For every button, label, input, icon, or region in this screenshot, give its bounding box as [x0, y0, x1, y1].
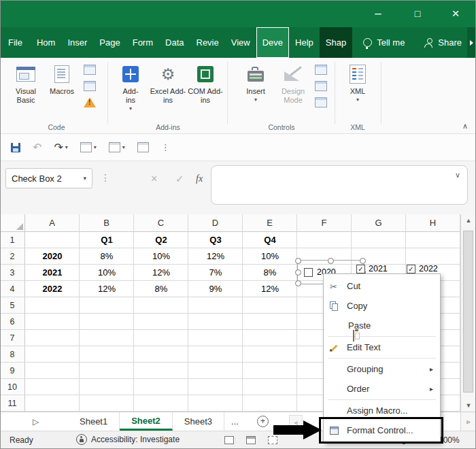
qat-custom-button-2[interactable]: ▾ — [109, 142, 125, 152]
redo-button[interactable]: ↷▾ — [54, 141, 67, 154]
properties-icon[interactable] — [315, 65, 327, 75]
excel-add-ins-button[interactable]: ⚙ Excel Add-ins — [150, 62, 186, 120]
cell-E2[interactable]: 10% — [243, 248, 297, 265]
cell-A3[interactable]: 2021 — [25, 265, 80, 281]
selection-handle[interactable] — [295, 258, 301, 264]
tab-help[interactable]: Help — [289, 27, 320, 58]
tab-file[interactable]: File — [0, 27, 31, 58]
tell-me-button[interactable]: Tell me — [363, 27, 405, 58]
macros-button[interactable]: Macros — [45, 62, 79, 120]
checkbox-control-2022[interactable]: ✓ 2022 — [407, 264, 438, 273]
column-header-F[interactable]: F — [297, 214, 352, 232]
horizontal-scroll-right-button[interactable]: ▹ — [460, 412, 476, 431]
cell-E1[interactable]: Q4 — [243, 232, 297, 248]
save-button[interactable] — [11, 143, 20, 152]
share-button[interactable]: Share — [424, 27, 462, 58]
menu-item-cut[interactable]: ✂ Cut — [324, 276, 440, 296]
sheet-tab-sheet1[interactable]: Sheet1 — [68, 412, 120, 431]
sheet-nav-button[interactable]: ▷ — [33, 412, 39, 431]
cell-B1[interactable]: Q1 — [80, 232, 134, 248]
tab-insert[interactable]: Inser — [61, 27, 93, 58]
run-dialog-icon[interactable] — [315, 97, 327, 107]
qat-custom-button-1[interactable]: ▾ — [80, 142, 97, 152]
row-header-6[interactable]: 6 — [0, 314, 25, 330]
macro-security-warning-icon[interactable] — [84, 97, 96, 107]
expand-formula-bar-icon[interactable]: ∨ — [455, 171, 460, 180]
row-header-4[interactable]: 4 — [0, 281, 25, 297]
selection-handle[interactable] — [295, 280, 301, 286]
menu-item-paste[interactable]: Paste — [324, 316, 440, 335]
vertical-scrollbar[interactable]: ▲ ▼ — [460, 214, 476, 412]
row-header-10[interactable]: 10 — [0, 379, 25, 395]
normal-view-button[interactable] — [224, 436, 234, 444]
cell-A2[interactable]: 2020 — [25, 248, 80, 265]
com-add-ins-button[interactable]: COM Add-ins — [188, 62, 223, 120]
sheet-tab-overflow[interactable]: ... — [224, 412, 245, 431]
add-ins-button[interactable]: Add-ins ▾ — [113, 62, 148, 120]
checkbox-control-2021[interactable]: ✓ 2021 — [356, 264, 388, 273]
accessibility-status-button[interactable]: Accessibility: Investigate — [76, 434, 180, 445]
cell-D2[interactable]: 12% — [188, 248, 243, 265]
row-header-2[interactable]: 2 — [0, 248, 25, 265]
tab-review[interactable]: Revie — [190, 27, 225, 58]
cell-C1[interactable]: Q2 — [134, 232, 188, 248]
undo-button[interactable]: ↶ — [33, 141, 41, 154]
tab-developer[interactable]: Deve — [256, 27, 289, 58]
row-header-8[interactable]: 8 — [0, 346, 25, 363]
row-header-5[interactable]: 5 — [0, 297, 25, 314]
customize-qat-button[interactable]: ⋮ — [161, 142, 170, 152]
column-header-H[interactable]: H — [406, 214, 460, 232]
menu-item-grouping[interactable]: Grouping ▸ — [324, 359, 440, 379]
cell-E3[interactable]: 8% — [243, 265, 297, 281]
cell-D3[interactable]: 7% — [188, 265, 243, 281]
cell-B2[interactable]: 8% — [80, 248, 134, 265]
selection-handle[interactable] — [328, 258, 334, 264]
sheet-tab-sheet3[interactable]: Sheet3 — [173, 412, 224, 431]
close-button[interactable]: × — [441, 0, 471, 27]
menu-item-copy[interactable]: Copy — [324, 296, 440, 316]
qat-custom-button-3[interactable] — [137, 142, 149, 152]
page-layout-view-button[interactable] — [246, 436, 256, 444]
row-header-1[interactable]: 1 — [0, 232, 25, 248]
checkbox-2021-box[interactable]: ✓ — [356, 265, 365, 273]
minimize-button[interactable]: – — [363, 0, 393, 27]
collapse-ribbon-button[interactable]: ∧ — [462, 122, 468, 131]
view-code-icon[interactable] — [315, 81, 327, 91]
tab-home[interactable]: Hom — [31, 27, 61, 58]
tab-data[interactable]: Data — [159, 27, 190, 58]
tab-page-layout[interactable]: Page — [93, 27, 126, 58]
column-header-C[interactable]: C — [134, 214, 188, 232]
ribbon-overflow-button[interactable] — [467, 27, 476, 58]
cell-C2[interactable]: 10% — [134, 248, 188, 265]
cell-B3[interactable]: 10% — [80, 265, 134, 281]
vertical-scrollbar-thumb[interactable] — [463, 231, 473, 393]
xml-source-button[interactable]: XML ▾ — [340, 62, 375, 120]
record-macro-icon[interactable] — [84, 65, 96, 75]
tab-view[interactable]: View — [225, 27, 256, 58]
design-mode-button[interactable]: Design Mode — [275, 62, 311, 120]
column-header-A[interactable]: A — [25, 214, 80, 232]
relative-references-icon[interactable] — [84, 81, 96, 91]
checkbox-2022-box[interactable]: ✓ — [407, 265, 415, 273]
scroll-down-icon[interactable]: ▼ — [461, 402, 476, 409]
select-all-corner[interactable] — [0, 214, 25, 232]
name-box-dropdown-icon[interactable]: ▾ — [83, 175, 86, 182]
tab-formulas[interactable]: Form — [126, 27, 159, 58]
scroll-up-icon[interactable]: ▲ — [461, 217, 476, 224]
cell-B4[interactable]: 12% — [80, 281, 134, 297]
selection-handle[interactable] — [360, 258, 366, 264]
cell-E4[interactable]: 12% — [243, 281, 297, 297]
cell-C3[interactable]: 12% — [134, 265, 188, 281]
tab-shape-format[interactable]: Shap — [320, 27, 352, 58]
menu-item-order[interactable]: Order ▸ — [324, 379, 440, 399]
insert-control-button[interactable]: Insert ▾ — [238, 62, 273, 120]
new-sheet-button[interactable]: + — [257, 416, 269, 427]
enter-button[interactable]: ✓ — [175, 173, 184, 185]
cancel-button[interactable]: × — [151, 173, 157, 185]
row-header-3[interactable]: 3 — [0, 265, 25, 281]
row-header-11[interactable]: 11 — [0, 395, 25, 412]
name-box[interactable]: Check Box 2 ▾ — [5, 168, 92, 188]
formula-bar-grip[interactable]: ⋮ — [101, 172, 110, 183]
column-header-E[interactable]: E — [243, 214, 297, 232]
cell-D4[interactable]: 9% — [188, 281, 243, 297]
